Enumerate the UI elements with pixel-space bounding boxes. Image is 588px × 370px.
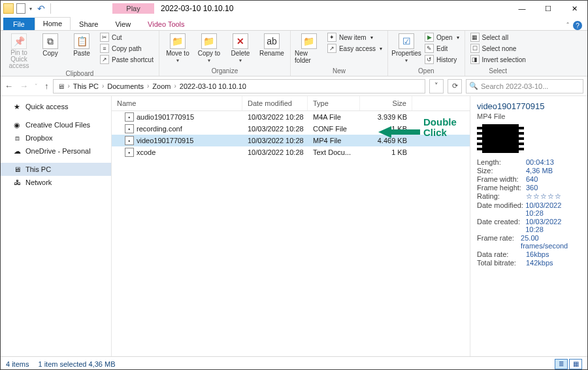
open-button[interactable]: ▶Open▾ (423, 32, 460, 42)
meta-value: 25.00 frames/second (521, 234, 581, 250)
sidebar-icon: 🖥 (12, 165, 22, 174)
file-row[interactable]: ▪xcode10/03/2022 10:28Text Docu...1 KB (112, 146, 470, 158)
pin-quick-access-button[interactable]: 📌Pin to Quick access (5, 32, 33, 69)
file-icon: ▪ (125, 112, 134, 122)
file-name: xcode (137, 148, 155, 156)
edit-button[interactable]: ✎Edit (423, 43, 460, 54)
details-meta-row: Total bitrate:142kbps (477, 259, 581, 267)
document-icon[interactable] (16, 3, 25, 14)
cut-button[interactable]: ✂Cut (99, 32, 155, 42)
breadcrumb-seg[interactable]: 2022-03-10 10.10.10 (177, 82, 249, 90)
tab-share[interactable]: Share (71, 18, 106, 30)
meta-value: 10/03/2022 10:28 (525, 201, 581, 217)
undo-icon[interactable]: ↶ (36, 3, 46, 14)
quick-access-toolbar: ▾ ↶ (1, 3, 55, 14)
folder-icon[interactable] (3, 3, 14, 14)
history-icon: ↺ (425, 55, 434, 64)
ribbon: 📌Pin to Quick access ⧉Copy 📋Paste ✂Cut ≡… (1, 31, 587, 76)
help-icon[interactable]: ? (573, 21, 582, 30)
select-none-button[interactable]: ☐Select none (469, 43, 527, 54)
maximize-button[interactable]: ☐ (535, 1, 561, 16)
details-meta-row: Frame rate:25.00 frames/second (477, 234, 581, 250)
tab-file[interactable]: File (3, 18, 35, 30)
sidebar-item-label: This PC (25, 165, 51, 173)
copy-to-button[interactable]: 📁Copy to▾ (195, 32, 223, 63)
file-row[interactable]: ▪video190177091510/03/2022 10:28MP4 File… (112, 135, 470, 146)
copy-path-button[interactable]: ≡Copy path (99, 43, 155, 54)
close-button[interactable]: ✕ (561, 1, 587, 16)
search-input[interactable]: 🔍 Search 2022-03-10... (466, 79, 583, 93)
video-thumbnail (477, 124, 524, 153)
breadcrumb-dropdown-button[interactable]: ˅ (429, 79, 444, 93)
back-button[interactable]: ← (5, 81, 13, 91)
tab-view[interactable]: View (106, 18, 139, 30)
file-row[interactable]: ▪audio190177091510/03/2022 10:28M4A File… (112, 111, 470, 123)
move-to-button[interactable]: 📁Move to▾ (163, 32, 192, 63)
copy-button[interactable]: ⧉Copy (36, 32, 65, 57)
file-type: MP4 File (308, 137, 360, 144)
open-icon: ▶ (425, 33, 434, 42)
group-clipboard: 📌Pin to Quick access ⧉Copy 📋Paste ✂Cut ≡… (1, 31, 159, 76)
breadcrumb-seg[interactable]: This PC (71, 82, 101, 90)
file-row[interactable]: ▪recording.conf10/03/2022 10:28CONF File… (112, 123, 470, 135)
recent-locations-button[interactable]: ˅ (35, 83, 38, 90)
delete-button[interactable]: ✕Delete▾ (226, 32, 255, 63)
column-headers[interactable]: Name Date modified Type Size (112, 96, 470, 111)
sidebar-item[interactable]: ⧈Dropbox (1, 131, 111, 144)
navigation-pane: ★Quick access◉Creative Cloud Files⧈Dropb… (1, 96, 112, 356)
select-all-button[interactable]: ▦Select all (469, 32, 527, 42)
sidebar-item-label: Quick access (25, 103, 68, 110)
easy-access-button[interactable]: ↗Easy access▾ (326, 43, 384, 54)
breadcrumb-seg[interactable]: Documents (105, 82, 146, 90)
sidebar-icon: 🖧 (12, 178, 22, 187)
meta-key: Data rate: (477, 250, 526, 258)
minimize-button[interactable]: — (509, 1, 535, 16)
breadcrumb[interactable]: 🖥 › This PC› Documents› Zoom› 2022-03-10… (53, 79, 426, 93)
history-button[interactable]: ↺History (423, 54, 460, 65)
paste-button[interactable]: 📋Paste (67, 32, 96, 57)
main-area: ★Quick access◉Creative Cloud Files⧈Dropb… (1, 96, 587, 356)
forward-button[interactable]: → (20, 81, 28, 91)
refresh-button[interactable]: ⟳ (448, 79, 462, 93)
col-date[interactable]: Date modified (242, 96, 308, 110)
file-date: 10/03/2022 10:28 (242, 113, 308, 121)
details-view-button[interactable]: ≣ (555, 359, 568, 369)
col-type[interactable]: Type (308, 96, 360, 110)
new-item-button[interactable]: ✦New item▾ (326, 32, 384, 42)
paste-shortcut-button[interactable]: ↗Paste shortcut (99, 54, 155, 65)
invert-selection-button[interactable]: ◨Invert selection (469, 54, 527, 65)
ribbon-collapse-icon[interactable]: ˆ (566, 22, 569, 29)
select-none-icon: ☐ (470, 44, 480, 53)
sidebar-item[interactable]: 🖧Network (1, 176, 111, 189)
file-list-pane: Name Date modified Type Size ▪audio19017… (112, 96, 470, 356)
icons-view-button[interactable]: ▦ (569, 359, 582, 369)
contextual-tab-play[interactable]: Play (112, 3, 154, 14)
sidebar-item[interactable]: ★Quick access (1, 100, 111, 113)
sidebar-item-label: Dropbox (25, 134, 53, 142)
file-size: 3.939 KB (360, 113, 412, 121)
col-name[interactable]: Name (112, 96, 242, 110)
properties-button[interactable]: ☑Properties▾ (392, 32, 421, 63)
sidebar-item[interactable]: 🖥This PC (1, 163, 111, 176)
separator (50, 3, 51, 14)
breadcrumb-seg[interactable]: Zoom (150, 82, 173, 90)
tab-home[interactable]: Home (35, 17, 71, 30)
chevron-down-icon[interactable]: ▾ (28, 6, 33, 12)
new-folder-button[interactable]: 📁New folder (295, 32, 323, 64)
cut-icon: ✂ (100, 33, 109, 42)
meta-key: Total bitrate: (477, 259, 526, 267)
meta-key: Frame height: (477, 184, 526, 192)
shortcut-icon: ↗ (100, 55, 109, 64)
meta-key: Date modified: (477, 201, 525, 217)
status-item-count: 4 items (6, 360, 29, 368)
sidebar-item[interactable]: ☁OneDrive - Personal (1, 144, 111, 158)
sidebar-item[interactable]: ◉Creative Cloud Files (1, 118, 111, 131)
col-size[interactable]: Size (360, 96, 412, 110)
status-selection: 1 item selected 4,36 MB (38, 360, 115, 368)
rename-button[interactable]: abRename (257, 32, 286, 57)
sidebar-icon: ◉ (12, 120, 22, 129)
tab-video-tools[interactable]: Video Tools (139, 18, 193, 30)
up-button[interactable]: ↑ (44, 81, 49, 91)
file-icon: ▪ (125, 124, 134, 133)
details-subtitle: MP4 File (477, 112, 581, 120)
